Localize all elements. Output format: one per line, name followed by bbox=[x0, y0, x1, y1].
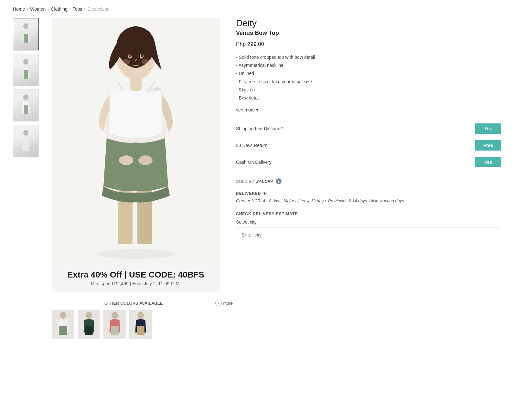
separator-1: › bbox=[27, 7, 28, 11]
thumbnail-2[interactable] bbox=[13, 54, 39, 86]
product-name: Venus Bow Top bbox=[236, 30, 501, 37]
svg-rect-26 bbox=[59, 326, 67, 335]
svg-rect-1 bbox=[24, 34, 28, 43]
shipping-badge-btn: Yes bbox=[475, 123, 501, 134]
color-swatch-4[interactable] bbox=[129, 310, 152, 339]
svg-point-23 bbox=[142, 59, 149, 64]
promo-title: Extra 40% Off | USE CODE: 40BFS bbox=[58, 270, 214, 280]
desc-line-1: - Solid tone cropped top with bow detail bbox=[236, 53, 501, 61]
main-image-container: Extra 40% Off | USE CODE: 40BFS Min. spe… bbox=[52, 18, 220, 292]
svg-point-25 bbox=[60, 312, 66, 319]
check-delivery-title: CHECK DELIVERY ESTIMATE bbox=[236, 212, 501, 216]
badge-row-return: 30 Days Return Free bbox=[236, 137, 501, 154]
breadcrumb-tops[interactable]: Tops bbox=[73, 6, 82, 12]
desc-line-3: - Unlined bbox=[236, 69, 501, 78]
svg-point-20 bbox=[129, 54, 132, 57]
separator-3: › bbox=[70, 7, 71, 11]
delivery-text: Greater NCR: 4-10 days, Major cities: 4-… bbox=[236, 198, 501, 205]
separator-2: › bbox=[48, 7, 49, 11]
see-more-link[interactable]: see more ▾ bbox=[236, 107, 258, 112]
delivery-title: DELIVERED IN bbox=[236, 191, 501, 196]
plus-icon: + bbox=[215, 300, 222, 306]
breadcrumb-current: Sleeveless bbox=[87, 6, 109, 12]
thumbnail-3[interactable] bbox=[13, 89, 39, 121]
page-wrapper: Home › Women › Clothing › Tops › Sleevel… bbox=[0, 0, 514, 346]
breadcrumb: Home › Women › Clothing › Tops › Sleevel… bbox=[13, 6, 501, 12]
city-input[interactable] bbox=[236, 227, 501, 242]
info-icon[interactable]: i bbox=[276, 178, 282, 184]
other-colors-header: OTHER COLORS AVAILABLE + more bbox=[52, 300, 233, 306]
color-swatches bbox=[52, 310, 233, 339]
svg-rect-32 bbox=[111, 326, 118, 335]
color-swatch-1[interactable] bbox=[52, 310, 74, 339]
product-price: Php 299.00 bbox=[236, 41, 501, 47]
product-layout: Extra 40% Off | USE CODE: 40BFS Min. spe… bbox=[13, 18, 501, 292]
svg-rect-3 bbox=[24, 70, 28, 79]
svg-point-22 bbox=[122, 59, 130, 64]
thumbnail-list bbox=[13, 18, 42, 292]
breadcrumb-home[interactable]: Home bbox=[13, 6, 25, 12]
color-swatch-2[interactable] bbox=[78, 310, 100, 339]
svg-point-21 bbox=[141, 54, 143, 57]
svg-point-15 bbox=[138, 155, 153, 165]
more-label: more bbox=[223, 301, 233, 306]
separator-4: › bbox=[84, 7, 85, 11]
svg-point-6 bbox=[23, 130, 28, 136]
svg-point-0 bbox=[23, 23, 28, 29]
desc-line-6: - Bow detail bbox=[236, 94, 501, 102]
other-colors-section: OTHER COLORS AVAILABLE + more bbox=[52, 300, 233, 339]
svg-rect-29 bbox=[85, 326, 92, 335]
svg-rect-35 bbox=[137, 326, 144, 335]
thumbnail-1[interactable] bbox=[13, 18, 39, 50]
svg-point-28 bbox=[86, 312, 92, 319]
desc-line-5: - Slips on bbox=[236, 86, 501, 94]
svg-point-14 bbox=[119, 155, 133, 165]
promo-banner: Extra 40% Off | USE CODE: 40BFS Min. spe… bbox=[52, 264, 220, 292]
desc-line-4: - Fits true to size, take your usual siz… bbox=[236, 78, 501, 86]
breadcrumb-clothing[interactable]: Clothing bbox=[51, 6, 67, 12]
svg-point-31 bbox=[112, 312, 118, 319]
badge-value-cod: Yes bbox=[407, 154, 501, 171]
svg-rect-5 bbox=[24, 105, 28, 114]
product-info-panel: Deity Venus Bow Top Php 299.00 - Solid t… bbox=[230, 18, 501, 292]
badge-label-return: 30 Days Return bbox=[236, 137, 407, 154]
main-product-image bbox=[52, 18, 220, 264]
return-badge-btn: Free bbox=[475, 140, 501, 151]
badge-row-shipping: Shipping Fee Discount* Yes bbox=[236, 120, 501, 137]
color-swatch-3[interactable] bbox=[103, 310, 126, 339]
brand-name: Deity bbox=[236, 18, 501, 28]
seller-name[interactable]: ZALORA bbox=[256, 179, 273, 184]
svg-point-34 bbox=[137, 312, 144, 319]
svg-point-2 bbox=[23, 59, 28, 65]
svg-point-9 bbox=[97, 249, 175, 259]
desc-line-2: - Asymmetrical neckline bbox=[236, 61, 501, 69]
select-city-label: Select city bbox=[236, 219, 501, 225]
sold-by-prefix: SOLD BY bbox=[236, 179, 254, 184]
badge-label-shipping: Shipping Fee Discount* bbox=[236, 120, 407, 137]
promo-subtitle: Min. spend P2,499 | Ends July 2, 11:59 P… bbox=[58, 281, 214, 286]
thumbnail-4[interactable] bbox=[13, 125, 39, 157]
badge-value-return: Free bbox=[407, 137, 501, 154]
check-delivery-section: CHECK DELIVERY ESTIMATE Select city bbox=[236, 212, 501, 242]
badge-row-cod: Cash On Delivery Yes bbox=[236, 154, 501, 171]
svg-point-4 bbox=[23, 94, 28, 100]
more-colors-button[interactable]: + more bbox=[215, 300, 233, 306]
badge-value-shipping: Yes bbox=[407, 120, 501, 137]
breadcrumb-women[interactable]: Women bbox=[30, 6, 46, 12]
other-colors-title: OTHER COLORS AVAILABLE bbox=[52, 301, 215, 306]
delivery-section: DELIVERED IN Greater NCR: 4-10 days, Maj… bbox=[236, 191, 501, 205]
badge-label-cod: Cash On Delivery bbox=[236, 154, 407, 171]
sold-by-section: SOLD BY ZALORA i bbox=[236, 178, 501, 184]
badges-table: Shipping Fee Discount* Yes 30 Days Retur… bbox=[236, 120, 501, 171]
product-description: - Solid tone cropped top with bow detail… bbox=[236, 53, 501, 102]
cod-badge-btn: Yes bbox=[475, 157, 501, 167]
